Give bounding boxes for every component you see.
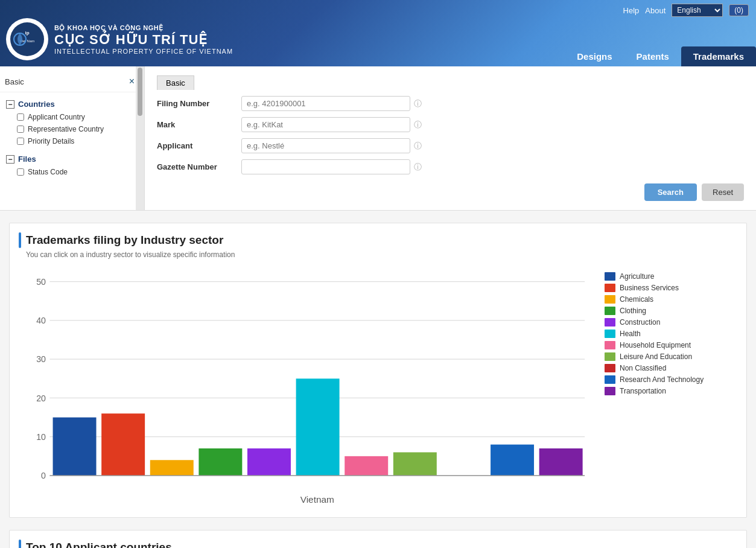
svg-text:50: 50 — [36, 277, 46, 287]
legend-item-clothing[interactable]: Clothing — [605, 307, 737, 315]
search-button[interactable]: Search — [644, 183, 697, 201]
files-collapse-icon: − — [6, 155, 14, 164]
svg-text:40: 40 — [36, 316, 46, 325]
header-top-bar: Help About English Tiếng Việt (0) — [616, 0, 756, 21]
bar-household-equipment[interactable] — [345, 456, 388, 476]
sidebar-item-status-code[interactable]: Status Code — [5, 166, 139, 178]
legend-item-non-classified[interactable]: Non Classified — [605, 364, 737, 372]
legend-color — [605, 352, 615, 361]
legend-color — [605, 341, 615, 349]
top10-chart-title: Top 10 Applicant countries — [26, 541, 172, 548]
nav-patents[interactable]: Patents — [624, 46, 681, 66]
info-icon-filing_number[interactable]: ⓘ — [414, 98, 422, 109]
applicant-country-checkbox[interactable] — [17, 113, 24, 121]
nav-tabs: Designs Patents Trademarks — [565, 46, 756, 66]
priority-details-checkbox[interactable] — [17, 138, 24, 145]
top10-chart-title-bar: Top 10 Applicant countries — [19, 540, 737, 548]
charts-section: Trademarks filing by Industry sector You… — [0, 211, 756, 548]
bar-construction[interactable] — [247, 448, 291, 476]
bar-agriculture[interactable] — [53, 418, 97, 476]
search-buttons: Search Reset — [157, 183, 744, 201]
legend-item-research-and-technology[interactable]: Research And Technology — [605, 375, 737, 384]
bar-transportation[interactable] — [539, 448, 583, 476]
label-filing_number: Filing Number — [157, 99, 241, 108]
input-filing_number[interactable] — [241, 96, 410, 111]
bar-research-and-technology[interactable] — [491, 445, 534, 476]
user-badge: (0) — [729, 4, 749, 16]
legend-item-transportation[interactable]: Transportation — [605, 387, 737, 395]
input-applicant[interactable] — [241, 138, 410, 153]
industry-chart-title-bar: Trademarks filing by Industry sector — [19, 232, 737, 248]
info-icon-mark[interactable]: ⓘ — [414, 119, 422, 130]
svg-text:20: 20 — [36, 393, 46, 403]
legend-label: Non Classified — [620, 364, 666, 372]
priority-details-label: Priority Details — [28, 137, 74, 145]
info-icon-gazette_number[interactable]: ⓘ — [414, 162, 422, 173]
legend-label: Agriculture — [620, 272, 654, 281]
chart-accent-bar — [19, 232, 21, 248]
legend-item-leisure-and-education[interactable]: Leisure And Education — [605, 352, 737, 361]
sidebar-scrollbar[interactable] — [136, 66, 144, 210]
svg-text:0: 0 — [41, 471, 46, 480]
sidebar-item-representative-country[interactable]: Representative Country — [5, 123, 139, 135]
top10-chart-container: Top 10 Applicant countries You can click… — [9, 530, 747, 548]
legend-label: Chemicals — [620, 295, 653, 304]
bar-business-services[interactable] — [101, 413, 145, 476]
reset-button[interactable]: Reset — [702, 183, 744, 201]
legend-color — [605, 375, 615, 384]
legend-item-household-equipment[interactable]: Household Equipment — [605, 341, 737, 349]
status-code-checkbox[interactable] — [17, 168, 24, 176]
legend-label: Transportation — [620, 387, 666, 395]
sidebar-section-files: − Files Status Code — [0, 150, 144, 180]
bar-chemicals[interactable] — [150, 460, 194, 476]
search-panel: Basic Filing Number ⓘ Mark ⓘ Applicant ⓘ… — [145, 66, 756, 210]
bar-clothing[interactable] — [199, 448, 242, 476]
bar-health[interactable] — [296, 378, 340, 476]
industry-bar-chart: 50403020100Vietnam — [19, 266, 592, 508]
language-select[interactable]: English Tiếng Việt — [672, 4, 723, 17]
search-form: Filing Number ⓘ Mark ⓘ Applicant ⓘ Gazet… — [157, 96, 744, 174]
legend-item-health[interactable]: Health — [605, 330, 737, 338]
legend-label: Business Services — [620, 284, 679, 292]
legend-label: Leisure And Education — [620, 352, 692, 361]
label-applicant: Applicant — [157, 141, 241, 150]
input-mark[interactable] — [241, 117, 410, 132]
files-section-header[interactable]: − Files — [5, 152, 139, 166]
legend-color — [605, 295, 615, 304]
logo-area: ip Viet Nam BỘ KHOA HỌC VÀ CÔNG NGHỆ CỤC… — [0, 18, 565, 66]
org-sub: INTELLECTUAL PROPERTY OFFICE OF VIETNAM — [54, 48, 233, 55]
legend-item-chemicals[interactable]: Chemicals — [605, 295, 737, 304]
countries-label: Countries — [18, 100, 55, 109]
legend-label: Construction — [620, 318, 660, 327]
svg-text:30: 30 — [36, 354, 46, 364]
form-row-mark: Mark ⓘ — [157, 117, 744, 132]
about-link[interactable]: About — [645, 6, 665, 15]
nav-trademarks[interactable]: Trademarks — [681, 46, 756, 66]
sidebar-section-countries: − Countries Applicant Country Representa… — [0, 95, 144, 150]
legend-item-agriculture[interactable]: Agriculture — [605, 272, 737, 281]
legend-color — [605, 307, 615, 315]
label-gazette_number: Gazette Number — [157, 162, 241, 171]
bar-leisure-and-education[interactable] — [393, 452, 437, 476]
representative-country-label: Representative Country — [28, 125, 104, 133]
sidebar-item-applicant-country[interactable]: Applicant Country — [5, 111, 139, 123]
representative-country-checkbox[interactable] — [17, 126, 24, 133]
legend-label: Clothing — [620, 307, 646, 315]
help-link[interactable]: Help — [623, 6, 640, 15]
sidebar: Basic × − Countries Applicant Country — [0, 66, 145, 210]
top10-chart-accent — [19, 540, 21, 548]
legend-color — [605, 318, 615, 327]
basic-tab[interactable]: Basic — [157, 75, 194, 90]
input-gazette_number[interactable] — [241, 159, 410, 174]
sidebar-item-priority-details[interactable]: Priority Details — [5, 135, 139, 147]
countries-section-header[interactable]: − Countries — [5, 97, 139, 111]
header: Help About English Tiếng Việt (0) ip Vie… — [0, 0, 756, 66]
info-icon-applicant[interactable]: ⓘ — [414, 141, 422, 151]
sidebar-scroll-thumb — [138, 68, 142, 116]
applicant-country-label: Applicant Country — [28, 113, 85, 121]
nav-designs[interactable]: Designs — [565, 46, 624, 66]
legend-color — [605, 284, 615, 292]
legend-item-construction[interactable]: Construction — [605, 318, 737, 327]
legend-item-business-services[interactable]: Business Services — [605, 284, 737, 292]
industry-svg: 50403020100Vietnam — [19, 266, 592, 506]
